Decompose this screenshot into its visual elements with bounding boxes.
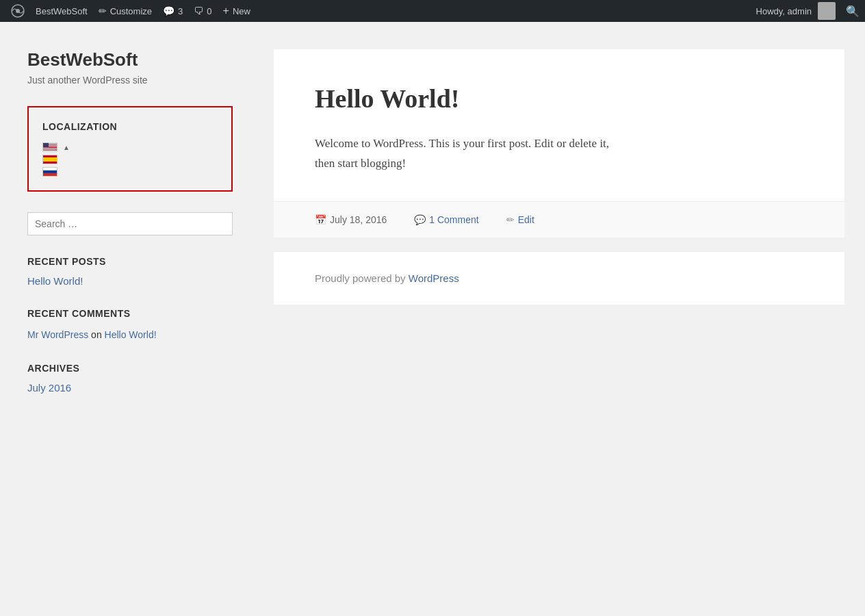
pencil-icon: ✏	[99, 5, 107, 16]
admin-bar: BestWebSoft ✏ Customize 💬 3 🗨 0 + New Ho…	[0, 0, 865, 22]
recent-posts-section: RECENT POSTS Hello World!	[27, 256, 233, 287]
post-footer: 📅 July 18, 2016 💬 1 Comment ✏ Edit	[274, 201, 844, 238]
search-widget	[27, 212, 233, 235]
sidebar: BestWebSoft Just another WordPress site …	[0, 22, 253, 616]
post-edit-link[interactable]: Edit	[518, 214, 534, 225]
admin-bar-right: Howdy, admin 🔍	[756, 2, 860, 20]
admin-avatar[interactable]	[818, 2, 836, 20]
svg-point-1	[16, 9, 20, 13]
post-comment-link[interactable]: 1 Comment	[429, 214, 478, 225]
post-edit-item: ✏ Edit	[506, 214, 534, 225]
flag-item-ru[interactable]	[42, 167, 218, 177]
plus-icon: +	[223, 5, 229, 17]
comments-link[interactable]: 💬 3	[157, 0, 188, 22]
wordpress-icon	[11, 4, 25, 18]
comments-icon: 💬	[163, 5, 175, 16]
flag-es-icon	[42, 155, 57, 164]
archive-july-2016[interactable]: July 2016	[27, 382, 71, 394]
post-card: Hello World! Welcome to WordPress. This …	[274, 49, 844, 238]
flag-item-es[interactable]	[42, 155, 218, 164]
site-footer: Proudly powered by WordPress	[274, 251, 844, 305]
post-content: Welcome to WordPress. This is your first…	[315, 134, 803, 174]
new-content-link[interactable]: + New	[218, 0, 256, 22]
post-body: Hello World! Welcome to WordPress. This …	[274, 49, 844, 201]
flag-list: ▲	[42, 142, 218, 177]
recent-post-hello-world[interactable]: Hello World!	[27, 275, 83, 287]
site-tagline: Just another WordPress site	[27, 75, 233, 86]
wp-logo-link[interactable]	[5, 0, 30, 22]
localization-widget: LOCALIZATION ▲	[27, 106, 233, 192]
comment-author-link[interactable]: Mr WordPress	[27, 329, 88, 340]
localization-title: LOCALIZATION	[42, 121, 218, 132]
pending-comments-link[interactable]: 🗨 0	[188, 0, 217, 22]
flag-us-icon	[42, 142, 57, 152]
pending-count: 0	[207, 6, 211, 16]
post-content-line1: Welcome to WordPress. This is your first…	[315, 137, 609, 150]
post-content-line2: then start blogging!	[315, 157, 406, 170]
footer-text: Proudly powered by WordPress	[315, 272, 803, 284]
footer-powered-text: Proudly powered by	[315, 272, 409, 284]
site-title: BestWebSoft	[27, 49, 233, 70]
archives-section: ARCHIVES July 2016	[27, 363, 233, 394]
page-wrapper: BestWebSoft Just another WordPress site …	[0, 22, 865, 616]
comment-post-link[interactable]: Hello World!	[105, 329, 157, 340]
recent-posts-title: RECENT POSTS	[27, 256, 233, 267]
calendar-icon: 📅	[315, 214, 326, 225]
site-name-link[interactable]: BestWebSoft	[30, 0, 93, 22]
search-icon[interactable]: 🔍	[846, 5, 860, 18]
post-title: Hello World!	[315, 84, 803, 114]
edit-icon: ✏	[506, 214, 515, 225]
howdy-text: Howdy, admin	[756, 6, 812, 16]
post-date: July 18, 2016	[330, 214, 387, 225]
arrow-up-icon: ▲	[63, 144, 70, 151]
comments-count: 3	[178, 6, 183, 16]
post-date-item: 📅 July 18, 2016	[315, 214, 387, 225]
flag-item-us[interactable]: ▲	[42, 142, 218, 152]
recent-comments-title: RECENT COMMENTS	[27, 308, 233, 319]
wordpress-link[interactable]: WordPress	[409, 272, 459, 284]
post-comments-item: 💬 1 Comment	[414, 214, 478, 225]
customize-link[interactable]: ✏ Customize	[93, 0, 157, 22]
search-input[interactable]	[27, 212, 233, 235]
admin-site-name: BestWebSoft	[36, 6, 88, 16]
comment-on-text: on	[91, 329, 104, 340]
recent-comments-section: RECENT COMMENTS Mr WordPress on Hello Wo…	[27, 308, 233, 342]
pending-icon: 🗨	[194, 5, 203, 16]
new-label: New	[233, 6, 250, 16]
archives-title: ARCHIVES	[27, 363, 233, 374]
main-content: Hello World! Welcome to WordPress. This …	[253, 22, 865, 616]
customize-label: Customize	[110, 6, 152, 16]
comment-bubble-icon: 💬	[414, 214, 426, 225]
recent-comment-text: Mr WordPress on Hello World!	[27, 327, 233, 342]
flag-ru-icon	[42, 167, 57, 177]
